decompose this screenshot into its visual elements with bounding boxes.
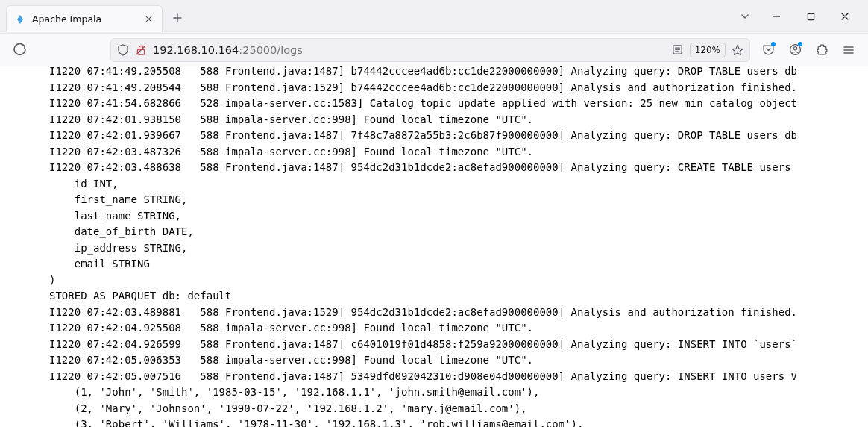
- window-maximize-button[interactable]: [793, 4, 828, 28]
- window-close-button[interactable]: [828, 4, 862, 28]
- shield-icon[interactable]: [117, 44, 129, 56]
- notification-dot-icon: [798, 42, 802, 46]
- tab-strip: Apache Impala: [6, 1, 731, 32]
- log-output[interactable]: I1220 07:41:49.205508 588 Frontend.java:…: [49, 66, 868, 427]
- tab-title: Apache Impala: [32, 13, 136, 25]
- url-text[interactable]: 192.168.10.164:25000/logs: [153, 44, 666, 56]
- svg-point-5: [793, 47, 796, 50]
- url-path: :25000/logs: [239, 44, 303, 56]
- account-button[interactable]: [783, 38, 807, 62]
- page-content[interactable]: I1220 07:41:49.205508 588 Frontend.java:…: [0, 66, 868, 427]
- browser-toolbar: 192.168.10.164:25000/logs 120%: [0, 33, 868, 66]
- svg-rect-0: [808, 13, 814, 19]
- extensions-button[interactable]: [810, 38, 834, 62]
- title-bar: Apache Impala: [0, 0, 868, 33]
- tab-overflow-button[interactable]: [731, 11, 759, 22]
- new-tab-button[interactable]: [167, 7, 188, 28]
- tab-favicon-icon: [14, 13, 26, 25]
- bookmark-star-icon[interactable]: [732, 44, 743, 56]
- notification-dot-icon: [771, 42, 776, 46]
- save-pocket-button[interactable]: [756, 38, 780, 62]
- window-controls: [759, 4, 862, 28]
- zoom-badge[interactable]: 120%: [690, 43, 726, 57]
- browser-tab[interactable]: Apache Impala: [6, 5, 163, 32]
- app-menu-button[interactable]: [837, 38, 861, 62]
- insecure-lock-icon[interactable]: [135, 44, 147, 56]
- reader-mode-icon[interactable]: [672, 44, 684, 56]
- tab-close-button[interactable]: [142, 13, 154, 25]
- toolbar-right: [756, 38, 861, 62]
- reload-button[interactable]: [7, 38, 31, 62]
- url-host: 192.168.10.164: [153, 44, 239, 56]
- window-minimize-button[interactable]: [759, 4, 793, 28]
- url-bar[interactable]: 192.168.10.164:25000/logs 120%: [110, 38, 750, 62]
